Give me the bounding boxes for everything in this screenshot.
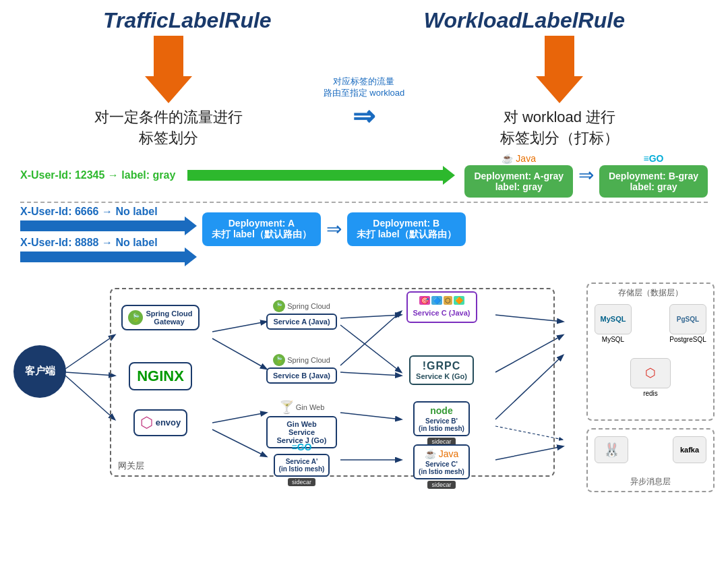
service-k-go: !GRPC Service K (Go) xyxy=(401,355,482,385)
deploy-a-gray-container: ☕ Java Deployment: A-graylabel: gray xyxy=(464,153,573,198)
big-right-arrow: ⇒ xyxy=(353,100,375,131)
pg-icon: PgSQL xyxy=(669,304,706,334)
deploy-arrow-blue: ⇒ xyxy=(326,218,342,240)
envoy-icon: ⬡ xyxy=(140,414,153,432)
svg-line-0 xyxy=(65,335,115,369)
java-icon-small: ☕ Java xyxy=(425,448,458,459)
storage-box: 存储层（数据层） MySQL MySQL PgSQL PostgreSQL ⬡ … xyxy=(586,283,715,421)
envoy-item: ⬡ envoy xyxy=(117,409,204,436)
arrows-desc-row: 对一定条件的流量进行标签划分 对应标签的流量 路由至指定 workload ⇒ … xyxy=(0,33,728,149)
pg-label: PostgreSQL xyxy=(669,336,706,343)
service-b-node: Service B (Java) xyxy=(266,367,337,384)
service-a-node: Service A (Java) xyxy=(266,314,336,330)
java-icon: ☕ Java xyxy=(502,153,535,164)
titles-row: TrafficLabelRule WorkloadLabelRule xyxy=(0,0,728,33)
blue-arrow-2 xyxy=(20,252,187,262)
green-user-id-label: X-User-Id: 12345 → label: gray xyxy=(20,169,182,181)
service-c-java: 🎯 🔷 ⬡ 🔶 Service C (Java) xyxy=(401,291,482,323)
go-prime-node: Service A'(in Istio mesh) xyxy=(274,454,330,477)
spring-icon: 🍃 xyxy=(128,310,143,325)
right-arrow-desc: 对 workload 进行标签划分（打标） xyxy=(425,36,694,149)
green-arrow-line xyxy=(187,170,446,181)
client-node: 客户端 xyxy=(13,345,66,398)
svg-line-1 xyxy=(65,372,115,376)
node-icon: node xyxy=(430,405,452,416)
deploy-arrow-green: ⇒ xyxy=(578,164,594,186)
kafka-icon: kafka xyxy=(673,436,706,463)
blue-labels: X-User-Id: 6666 → No label X-User-Id: 88… xyxy=(20,206,182,262)
rabbit-icon: 🐰 xyxy=(595,436,628,463)
left-title: TrafficLabelRule xyxy=(103,8,272,33)
routing-label: 对应标签的流量 路由至指定 workload ⇒ xyxy=(317,36,411,131)
service-k-node: !GRPC Service K (Go) xyxy=(409,355,474,385)
service-c-node: 🎯 🔷 ⬡ 🔶 Service C (Java) xyxy=(406,291,477,323)
right-orange-arrow xyxy=(536,36,583,103)
service-b-prime: node Service B'(in Istio mesh) sidecar xyxy=(401,401,482,446)
green-row: X-User-Id: 12345 → label: gray ☕ Java De… xyxy=(0,149,728,198)
message-box: 异步消息层 kafka 🐰 xyxy=(586,428,715,492)
spring-cloud-gateway: 🍃 Spring CloudGateway xyxy=(117,305,204,330)
postgresql-item: PgSQL PostgreSQL xyxy=(669,304,706,343)
arch-diagram: 客户端 网关层 存储层（数据层） MySQL MySQL PgSQL Postg… xyxy=(10,268,718,490)
mysql-icon: MySQL xyxy=(595,304,632,334)
blue-label-2: X-User-Id: 8888 → No label xyxy=(20,237,182,249)
blue-deployments: Deployment: A未打 label（默认路由） ⇒ Deployment… xyxy=(202,212,466,246)
service-b-java: 🍃 Spring Cloud Service B (Java) xyxy=(266,354,337,384)
rabbit-item: 🐰 xyxy=(595,436,628,463)
blue-rows-area: X-User-Id: 6666 → No label X-User-Id: 88… xyxy=(0,206,728,262)
envoy-node: ⬡ envoy xyxy=(133,409,188,436)
service-c-prime-node: ☕ Java Service C'(in Istio mesh) xyxy=(413,444,470,479)
envoy-label: envoy xyxy=(156,417,181,427)
redis-icon: ⬡ xyxy=(630,358,671,388)
grpc-icon: !GRPC xyxy=(416,360,467,372)
right-title: WorkloadLabelRule xyxy=(424,8,625,33)
mysql-label: MySQL xyxy=(602,336,624,343)
redis-label: redis xyxy=(643,390,658,397)
mysql-item: MySQL MySQL xyxy=(595,304,632,343)
left-desc: 对一定条件的流量进行标签划分 xyxy=(94,107,243,149)
deploy-b-gray-container: ≡GO Deployment: B-graylabel: gray xyxy=(599,153,708,198)
service-b-prime-node: node Service B'(in Istio mesh) xyxy=(413,401,470,436)
service-a-java: 🍃 Spring Cloud Service A (Java) xyxy=(266,300,337,330)
left-arrow-desc: 对一定条件的流量进行标签划分 xyxy=(34,36,303,149)
kafka-item: kafka xyxy=(673,436,706,463)
sidecar-badge-1: sidecar xyxy=(288,478,315,486)
blue-arrow-1 xyxy=(20,220,187,231)
deploy-a-gray: Deployment: A-graylabel: gray xyxy=(464,165,573,198)
go-small-icon: ≡GO xyxy=(292,442,312,452)
service-c-prime: ☕ Java Service C'(in Istio mesh) sidecar xyxy=(401,444,482,489)
gateway-label: 网关层 xyxy=(118,460,144,472)
redis-item: ⬡ redis xyxy=(630,358,671,397)
nginx-icon: NGINX xyxy=(137,367,184,384)
nginx-item: NGINX xyxy=(117,362,204,390)
deploy-a-blue: Deployment: A未打 label（默认路由） xyxy=(202,212,321,246)
left-orange-arrow xyxy=(145,36,192,103)
green-deployments: ☕ Java Deployment: A-graylabel: gray ⇒ ≡… xyxy=(464,153,708,198)
deploy-b-blue: Deployment: B未打 label（默认路由） xyxy=(347,212,466,246)
blue-label-1: X-User-Id: 6666 → No label xyxy=(20,206,182,218)
nginx-node: NGINX xyxy=(129,362,192,390)
svg-line-2 xyxy=(65,376,115,419)
message-label: 异步消息层 xyxy=(630,476,671,488)
right-desc: 对 workload 进行标签划分（打标） xyxy=(500,107,619,149)
scg-node: 🍃 Spring CloudGateway xyxy=(121,305,199,330)
storage-label: 存储层（数据层） xyxy=(618,287,683,299)
deploy-b-gray: Deployment: B-graylabel: gray xyxy=(599,165,708,198)
go-icon: ≡GO xyxy=(644,153,664,164)
sidecar-badge-3: sidecar xyxy=(427,481,455,489)
go-service-a-prime: ≡GO Service A'(in Istio mesh) sidecar xyxy=(266,442,337,486)
dotted-separator xyxy=(20,202,708,203)
gin-icon: 🍸 xyxy=(279,400,294,415)
